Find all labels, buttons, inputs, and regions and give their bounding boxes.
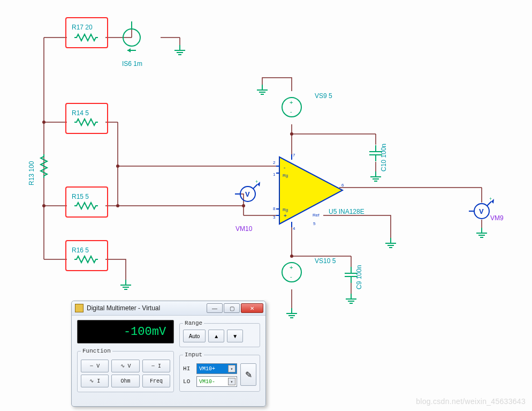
svg-text:6: 6	[341, 183, 344, 188]
multimeter-title: Digital Multimeter - Virtual	[87, 304, 207, 312]
label-R14: R14 5	[72, 109, 89, 117]
current-source-IS6	[116, 21, 140, 53]
function-legend: Function	[81, 348, 112, 354]
window-minimize-button[interactable]: —	[207, 303, 223, 313]
label-VS10: VS10 5	[315, 257, 336, 265]
svg-text:5: 5	[313, 221, 316, 226]
label-VS9: VS9 5	[315, 92, 332, 100]
svg-text:2: 2	[273, 160, 276, 165]
ac-current-button[interactable]: ∿ I	[81, 375, 109, 387]
gnd-C9	[346, 294, 356, 303]
range-up-button[interactable]: ▲	[208, 330, 224, 342]
label-U5: U5 INA128E	[329, 208, 364, 215]
dc-voltage-button[interactable]: ⎓ V	[81, 360, 109, 372]
ohm-button[interactable]: Ohm	[111, 375, 139, 387]
label-VM9: VM9	[490, 214, 504, 222]
svg-text:3: 3	[273, 215, 276, 220]
svg-text:-: -	[290, 273, 292, 280]
gnd-IS6	[174, 45, 185, 55]
svg-point-21	[42, 121, 45, 124]
svg-point-25	[242, 204, 245, 207]
wires	[44, 21, 482, 308]
gnd-C10	[370, 171, 381, 181]
svg-marker-35	[127, 48, 131, 53]
multimeter-app-icon	[75, 304, 83, 312]
range-legend: Range	[183, 320, 204, 326]
svg-text:-: -	[290, 108, 292, 115]
label-IS6: IS6 1m	[122, 60, 142, 68]
gnd-VS10	[286, 308, 297, 318]
svg-text:+: +	[290, 264, 293, 271]
dc-current-button[interactable]: ⎓ I	[142, 360, 170, 372]
auto-range-button[interactable]: Auto	[183, 330, 206, 342]
frequency-button[interactable]: Freq	[142, 375, 170, 387]
hi-input-value: VM10+	[199, 366, 215, 372]
svg-text:-: -	[284, 165, 285, 170]
svg-point-23	[116, 165, 119, 168]
gnd-ref	[385, 238, 396, 248]
lo-dropdown-icon: ▾	[228, 378, 235, 385]
window-close-button[interactable]: ✕	[241, 303, 263, 313]
svg-text:Rg: Rg	[283, 173, 288, 178]
hi-label: HI	[183, 365, 194, 372]
svg-point-26	[290, 132, 293, 136]
multimeter-display: -100mV	[77, 320, 174, 343]
voltage-source-VS10: + -	[282, 263, 301, 282]
label-C10: C10 100n	[380, 144, 387, 171]
watermark: blog.csdn.net/weixin_45633643	[416, 397, 526, 406]
svg-text:+: +	[290, 99, 293, 106]
svg-text:1: 1	[273, 172, 276, 177]
lo-input-select[interactable]: VM10- ▾	[196, 376, 237, 387]
multimeter-titlebar[interactable]: Digital Multimeter - Virtual — ▢ ✕	[72, 301, 265, 316]
input-legend: Input	[183, 352, 204, 358]
probe-button[interactable]: ✎	[240, 363, 256, 386]
label-VM10: VM10	[235, 225, 252, 233]
svg-text:+: +	[284, 213, 287, 219]
label-R16: R16 5	[72, 246, 89, 254]
svg-point-27	[290, 255, 293, 258]
range-group: Range Auto ▲ ▼	[179, 320, 260, 347]
highlight-R17	[65, 17, 108, 48]
window-maximize-button[interactable]: ▢	[224, 303, 240, 313]
svg-point-22	[42, 204, 45, 207]
gnd-top-rail	[257, 85, 268, 94]
svg-text:4: 4	[293, 226, 295, 231]
function-group: Function ⎓ V ∿ V ⎓ I ∿ I Ohm Freq	[77, 348, 174, 392]
svg-point-24	[116, 204, 119, 207]
range-down-button[interactable]: ▼	[227, 330, 243, 342]
in-amp-U5: 2 1 8 3 7 4 6 5 - + Rg Rg Ref	[273, 153, 344, 231]
svg-text:Rg: Rg	[283, 207, 288, 212]
highlight-R14	[65, 103, 108, 134]
hi-dropdown-icon: ▾	[228, 365, 235, 372]
ac-voltage-button[interactable]: ∿ V	[111, 360, 139, 372]
svg-text:Ref: Ref	[313, 213, 320, 218]
label-C9: C9 100n	[355, 265, 363, 289]
gnd-R16	[120, 280, 131, 289]
hi-input-select[interactable]: VM10+ ▾	[196, 363, 237, 374]
probe-icon: ✎	[245, 370, 252, 380]
highlight-R16	[65, 240, 108, 271]
lo-label: LO	[183, 378, 194, 385]
svg-text:8: 8	[273, 206, 276, 211]
input-group: Input HI VM10+ ▾ LO	[179, 352, 260, 392]
voltmeter-VM10	[235, 179, 260, 201]
svg-text:7: 7	[293, 153, 295, 158]
highlight-R15	[65, 186, 108, 218]
lo-input-value: VM10-	[199, 379, 215, 385]
voltage-source-VS9: + -	[282, 98, 301, 117]
multimeter-window[interactable]: Digital Multimeter - Virtual — ▢ ✕ -100m…	[71, 301, 266, 407]
label-R17: R17 20	[72, 24, 93, 31]
gnd-VM9	[476, 228, 487, 237]
label-R15: R15 5	[72, 193, 89, 200]
label-R13: R13 100	[28, 161, 35, 185]
